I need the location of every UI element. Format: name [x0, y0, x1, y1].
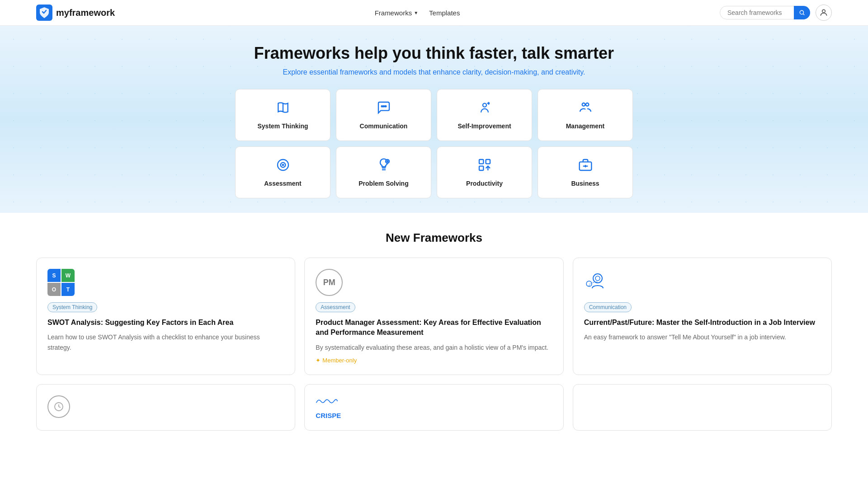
svg-point-6: [383, 106, 384, 107]
logo[interactable]: myframework: [36, 5, 115, 21]
business-icon: [578, 158, 593, 175]
card-badge-swot: System Thinking: [47, 302, 97, 312]
assessment-icon: [276, 158, 290, 175]
framework-card-cpf[interactable]: Communication Current/Past/Future: Maste…: [573, 258, 832, 375]
bottom-card-3[interactable]: [573, 384, 832, 431]
category-problem-solving[interactable]: Problem Solving: [336, 146, 431, 198]
svg-line-2: [803, 14, 805, 15]
card-desc-pm: By systematically evaluating these areas…: [316, 343, 552, 352]
category-system-thinking[interactable]: System Thinking: [235, 89, 330, 141]
category-label-communication: Communication: [360, 122, 408, 130]
card-desc-swot: Learn how to use SWOT Analysis with a ch…: [47, 332, 284, 352]
swot-logo: S W O T: [47, 269, 75, 296]
framework-card-swot[interactable]: S W O T System Thinking SWOT Analysis: S…: [36, 258, 295, 375]
chevron-down-icon: ▼: [414, 10, 418, 15]
svg-line-31: [59, 407, 61, 408]
card-title-swot: SWOT Analysis: Suggesting Key Factors in…: [47, 318, 284, 328]
swot-w: W: [61, 269, 75, 282]
bottom-card-2-text: CRISPE: [316, 412, 552, 419]
nav-right: [720, 5, 832, 21]
svg-point-27: [595, 276, 600, 281]
communication-icon: [377, 100, 391, 118]
self-improvement-icon: [477, 100, 492, 118]
management-icon: [578, 100, 593, 118]
svg-rect-20: [486, 160, 490, 164]
problem-solving-icon: [377, 158, 391, 175]
logo-icon: [36, 5, 52, 21]
category-assessment[interactable]: Assessment: [235, 146, 330, 198]
nav-links: Frameworks ▼ Templates: [375, 9, 460, 17]
member-only-badge: ✦ Member-only: [316, 357, 552, 364]
bottom-card-1-icon: [47, 395, 70, 418]
category-communication[interactable]: Communication: [336, 89, 431, 141]
nav-templates[interactable]: Templates: [429, 9, 460, 17]
bottom-card-2-icon: [316, 395, 338, 407]
nav-frameworks[interactable]: Frameworks ▼: [375, 9, 418, 17]
category-label-problem-solving: Problem Solving: [359, 180, 408, 187]
productivity-icon: [477, 158, 492, 175]
user-icon: [819, 8, 828, 17]
svg-rect-21: [479, 166, 483, 170]
system-thinking-icon: [276, 100, 290, 118]
swot-o: O: [47, 283, 61, 296]
svg-point-13: [282, 164, 283, 166]
search-button[interactable]: [794, 6, 810, 19]
bottom-row: CRISPE: [36, 384, 832, 431]
svg-point-26: [593, 274, 602, 283]
svg-point-3: [822, 9, 826, 13]
swot-s: S: [47, 269, 61, 282]
category-label-business: Business: [571, 180, 599, 187]
svg-point-9: [582, 103, 585, 106]
navbar: myframework Frameworks ▼ Templates: [0, 0, 868, 26]
card-badge-pm: Assessment: [316, 302, 355, 312]
card-title-cpf: Current/Past/Future: Master the Self-Int…: [584, 318, 821, 328]
bottom-card-2[interactable]: CRISPE: [304, 384, 563, 431]
category-label-assessment: Assessment: [264, 180, 302, 187]
category-label-management: Management: [566, 122, 605, 130]
bottom-card-1[interactable]: [36, 384, 295, 431]
frameworks-grid: S W O T System Thinking SWOT Analysis: S…: [36, 258, 832, 375]
main-content: New Frameworks S W O T System Thinking S…: [0, 213, 868, 449]
svg-rect-19: [479, 160, 483, 164]
category-label-productivity: Productivity: [466, 180, 503, 187]
svg-point-10: [585, 103, 589, 106]
cpf-logo: [584, 269, 611, 296]
framework-card-pm[interactable]: PM Assessment Product Manager Assessment…: [304, 258, 563, 375]
category-business[interactable]: Business: [538, 146, 633, 198]
category-grid: System Thinking Communication: [235, 89, 633, 198]
hero-title: Frameworks help you think faster, talk s…: [36, 44, 832, 63]
hero-subtitle: Explore essential frameworks and models …: [36, 68, 832, 76]
svg-point-1: [800, 10, 803, 14]
category-label-self-improvement: Self-Improvement: [458, 122, 511, 130]
svg-point-7: [385, 106, 386, 107]
hero-section: Frameworks help you think faster, talk s…: [0, 26, 868, 213]
category-management[interactable]: Management: [538, 89, 633, 141]
card-title-pm: Product Manager Assessment: Key Areas fo…: [316, 318, 552, 338]
svg-point-5: [381, 106, 382, 107]
user-avatar[interactable]: [816, 5, 832, 21]
new-frameworks-title: New Frameworks: [36, 231, 832, 245]
card-desc-cpf: An easy framework to answer "Tell Me Abo…: [584, 332, 821, 342]
search-icon: [799, 9, 805, 16]
category-label-system-thinking: System Thinking: [257, 122, 308, 130]
card-badge-cpf: Communication: [584, 302, 632, 312]
star-icon: ✦: [316, 357, 321, 364]
swot-t: T: [61, 283, 75, 296]
category-self-improvement[interactable]: Self-Improvement: [437, 89, 532, 141]
pm-logo: PM: [316, 269, 343, 296]
category-productivity[interactable]: Productivity: [437, 146, 532, 198]
search-wrapper: [720, 6, 810, 19]
svg-point-8: [483, 103, 486, 107]
logo-text: myframework: [56, 8, 115, 18]
